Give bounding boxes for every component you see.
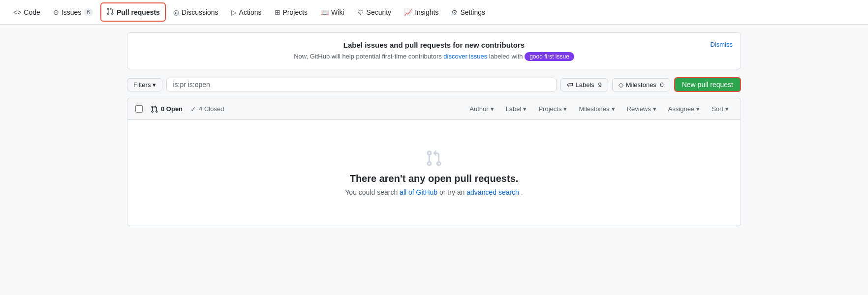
filters-button[interactable]: Filters ▾ [127,78,162,91]
pr-list-header-left: 0 Open ✓ 4 Closed [135,105,224,113]
nav-label-code: Code [24,8,40,16]
nav-item-settings[interactable]: ⚙ Settings [446,4,491,21]
sort-filter[interactable]: Sort ▾ [708,103,733,115]
empty-state: There aren't any open pull requests. You… [127,120,741,226]
projects-filter[interactable]: Projects ▾ [534,103,571,115]
new-pull-request-button[interactable]: New pull request [674,77,741,92]
dismiss-button[interactable]: Dismiss [711,41,733,48]
empty-desc-suffix: . [521,188,523,196]
label-icon: 🏷 [567,81,573,88]
nav-label-projects: Projects [283,8,308,16]
filters-chevron-icon: ▾ [153,81,156,88]
empty-title: There aren't any open pull requests. [350,173,519,184]
pr-list-header: 0 Open ✓ 4 Closed Author ▾ Label ▾ Proje… [127,98,741,120]
label-chevron-icon: ▾ [523,105,527,113]
closed-count-text: 4 Closed [199,105,224,113]
sort-filter-label: Sort [712,105,723,113]
open-count-text: 0 Open [161,105,183,113]
open-count[interactable]: 0 Open [151,105,183,113]
empty-desc: You could search all of GitHub or try an… [345,188,523,196]
nav-label-settings: Settings [460,8,485,16]
assignee-filter[interactable]: Assignee ▾ [664,103,704,115]
nav-item-issues[interactable]: ⊙ Issues 6 [48,4,98,21]
nav-label-insights: Insights [415,8,438,16]
actions-icon: ▷ [231,8,237,16]
discussions-icon: ◎ [173,8,179,16]
milestones-icon: ◇ [619,81,623,88]
projects-icon: ⊞ [275,8,280,16]
label-filter[interactable]: Label ▾ [502,103,531,115]
insights-icon: 📈 [404,8,412,16]
issues-badge: 6 [84,8,93,16]
pull-requests-icon [106,7,114,17]
filters-label: Filters [133,81,151,88]
reviews-chevron-icon: ▾ [653,105,656,113]
empty-pr-icon [425,149,443,167]
assignee-chevron-icon: ▾ [696,105,700,113]
author-filter[interactable]: Author ▾ [465,103,497,115]
projects-filter-label: Projects [538,105,561,113]
labels-button[interactable]: 🏷 Labels 9 [560,78,608,91]
banner-title: Label issues and pull requests for new c… [137,41,731,49]
milestones-filter-label: Milestones [579,105,609,113]
nav-item-actions[interactable]: ▷ Actions [226,4,267,21]
settings-icon: ⚙ [451,8,458,16]
nav-item-security[interactable]: 🛡 Security [352,4,397,21]
banner-text-prefix: Now, GitHub will help potential first-ti… [294,53,442,60]
advanced-search-link[interactable]: advanced search [466,188,519,196]
nav-label-discussions: Discussions [182,8,218,16]
nav-label-pull-requests: Pull requests [117,8,160,16]
labels-text: Labels 9 [576,81,602,88]
top-nav: <> Code ⊙ Issues 6 Pull requests ◎ Discu… [0,0,868,25]
empty-desc-prefix: You could search [345,188,398,196]
reviews-filter-label: Reviews [627,105,651,113]
closed-count[interactable]: ✓ 4 Closed [190,105,224,113]
search-input[interactable] [166,78,556,91]
nav-item-code[interactable]: <> Code [8,4,46,21]
banner-text: Now, GitHub will help potential first-ti… [137,52,731,61]
nav-item-pull-requests[interactable]: Pull requests [100,2,166,22]
contributor-banner: Dismiss Label issues and pull requests f… [127,32,741,69]
sort-chevron-icon: ▾ [725,105,729,113]
good-first-issue-badge: good first issue [525,52,574,61]
empty-desc-middle: or try an [439,188,465,196]
assignee-filter-label: Assignee [668,105,694,113]
checkmark-icon: ✓ [190,105,196,113]
nav-label-security: Security [367,8,392,16]
select-all-checkbox[interactable] [135,105,143,113]
banner-text-middle: labeled with [489,53,523,60]
code-icon: <> [13,8,21,16]
discover-issues-link[interactable]: discover issues [443,53,487,60]
author-filter-label: Author [469,105,488,113]
filter-bar: Filters ▾ 🏷 Labels 9 ◇ Milestones 0 New … [127,77,741,92]
pr-list-header-right: Author ▾ Label ▾ Projects ▾ Milestones ▾… [465,103,733,115]
security-icon: 🛡 [357,8,364,16]
main-content: Dismiss Label issues and pull requests f… [119,25,749,234]
pull-request-list: 0 Open ✓ 4 Closed Author ▾ Label ▾ Proje… [127,98,741,226]
nav-label-issues: Issues [62,8,81,16]
wiki-icon: 📖 [320,8,329,16]
author-chevron-icon: ▾ [491,105,494,113]
nav-item-insights[interactable]: 📈 Insights [399,4,444,21]
nav-item-projects[interactable]: ⊞ Projects [269,4,313,21]
label-filter-label: Label [506,105,522,113]
reviews-filter[interactable]: Reviews ▾ [623,103,660,115]
issues-icon: ⊙ [53,8,59,16]
nav-label-wiki: Wiki [331,8,344,16]
all-of-github-link[interactable]: all of GitHub [400,188,437,196]
milestones-button[interactable]: ◇ Milestones 0 [612,78,670,91]
nav-item-discussions[interactable]: ◎ Discussions [168,4,224,21]
milestones-chevron-icon: ▾ [612,105,615,113]
nav-label-actions: Actions [239,8,262,16]
milestones-text: Milestones 0 [626,81,664,88]
nav-item-wiki[interactable]: 📖 Wiki [315,4,349,21]
open-pr-icon [151,105,158,113]
milestones-filter[interactable]: Milestones ▾ [575,103,619,115]
projects-chevron-icon: ▾ [563,105,567,113]
